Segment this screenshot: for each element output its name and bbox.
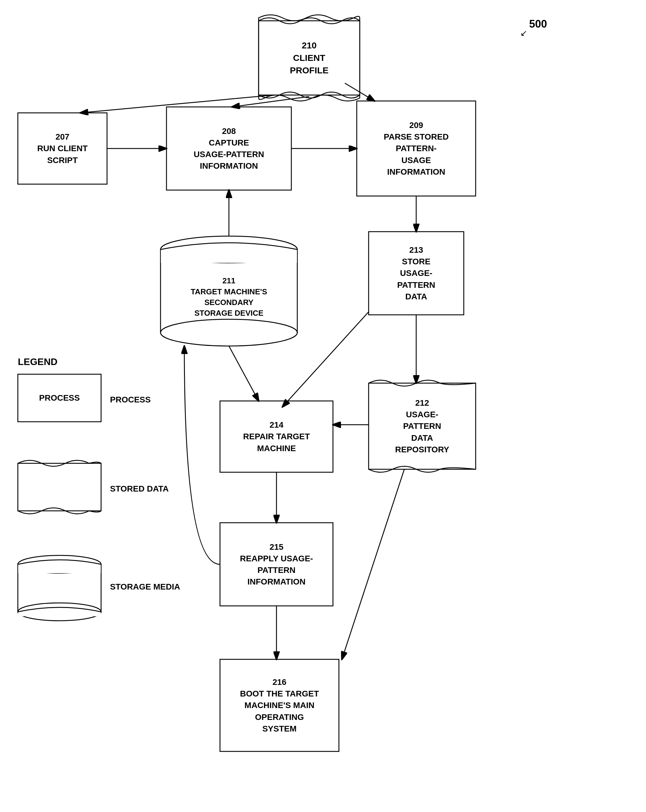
- node-210-label: 210CLIENTPROFILE: [290, 39, 329, 76]
- svg-line-31: [229, 346, 259, 401]
- legend-stored-label: STORED DATA: [110, 484, 169, 494]
- legend-process-ext-label: PROCESS: [110, 395, 151, 404]
- node-215: 215REAPPLY USAGE-PATTERNINFORMATION: [220, 523, 333, 606]
- node-216-label: 216BOOT THE TARGETMACHINE'S MAINOPERATIN…: [240, 676, 319, 734]
- node-213-label: 213STOREUSAGE-PATTERNDATA: [397, 244, 435, 302]
- node-208: 208CAPTUREUSAGE-PATTERNINFORMATION: [167, 107, 291, 190]
- diagram-container: 500 ↙ 210CLIENTPROFILE 207RUN CLIENTSCRI…: [0, 0, 646, 812]
- svg-rect-17: [18, 564, 101, 612]
- node-209-label: 209PARSE STOREDPATTERN-USAGEINFORMATION: [384, 119, 449, 178]
- svg-line-23: [232, 96, 309, 107]
- node-207-label: 207RUN CLIENTSCRIPT: [37, 131, 88, 166]
- svg-point-18: [18, 556, 101, 573]
- node-211: 211TARGET MACHINE'SSECONDARYSTORAGE DEVI…: [161, 249, 297, 345]
- node-214: 214REPAIR TARGETMACHINE: [220, 401, 333, 472]
- svg-rect-19: [18, 564, 101, 573]
- node-215-label: 215REAPPLY USAGE-PATTERNINFORMATION: [240, 541, 313, 588]
- legend-process-label: PROCESS: [39, 393, 80, 403]
- legend-storage-label: STORAGE MEDIA: [110, 582, 180, 592]
- node-210: 210CLIENTPROFILE: [259, 21, 360, 95]
- node-213: 213STOREUSAGE-PATTERNDATA: [369, 232, 464, 315]
- svg-line-35: [342, 469, 404, 659]
- arrow-500: ↙: [520, 28, 527, 38]
- node-208-label: 208CAPTUREUSAGE-PATTERNINFORMATION: [194, 125, 264, 172]
- node-216: 216BOOT THE TARGETMACHINE'S MAINOPERATIN…: [220, 659, 339, 751]
- node-212: 212USAGE-PATTERNDATAREPOSITORY: [369, 383, 476, 469]
- svg-point-20: [18, 603, 101, 621]
- legend-title: LEGEND: [18, 356, 57, 367]
- svg-rect-21: [18, 612, 101, 616]
- svg-rect-16: [18, 463, 101, 511]
- node-214-label: 214REPAIR TARGETMACHINE: [243, 419, 310, 454]
- node-207: 207RUN CLIENTSCRIPT: [18, 113, 107, 184]
- node-209: 209PARSE STOREDPATTERN-USAGEINFORMATION: [357, 101, 476, 196]
- legend-process: PROCESS: [18, 374, 101, 422]
- node-211-label: 211TARGET MACHINE'SSECONDARYSTORAGE DEVI…: [191, 275, 267, 319]
- label-500: 500: [529, 18, 547, 30]
- node-212-label: 212USAGE-PATTERNDATAREPOSITORY: [395, 397, 449, 455]
